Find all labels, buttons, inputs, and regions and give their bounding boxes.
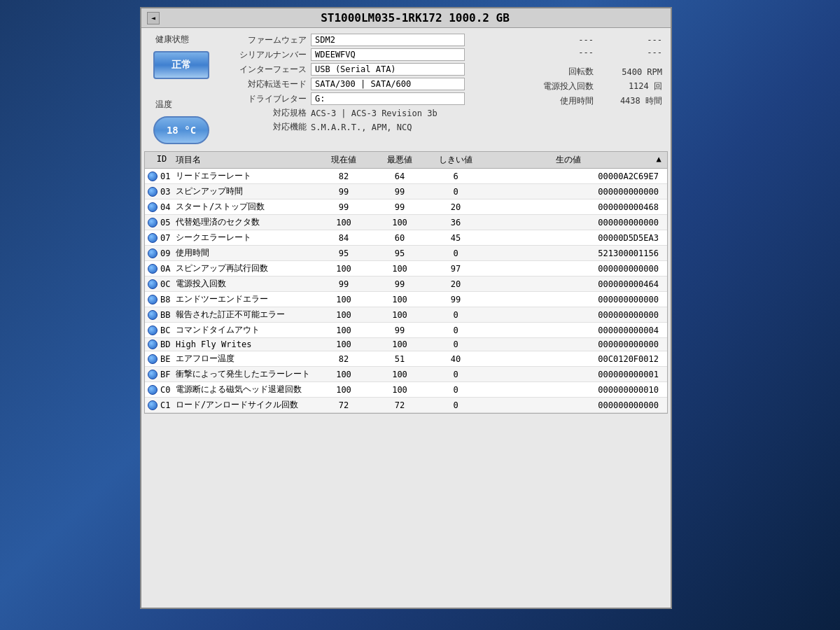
power-row: 電源投入回数 1124 回 <box>522 80 662 92</box>
cell-raw: 000000000010 <box>484 385 664 395</box>
status-dot <box>148 248 158 258</box>
status-dot <box>148 264 158 274</box>
table-row[interactable]: BD High Fly Writes 100 100 0 00000000000… <box>145 338 667 351</box>
hours-label: 使用時間 <box>560 95 594 107</box>
title-bar: ◄ ST1000LM035-1RK172 1000.2 GB <box>141 8 671 28</box>
table-row[interactable]: 04 スタート/ストップ回数 99 99 20 000000000468 <box>145 200 667 215</box>
cell-raw: 000000000000 <box>484 295 664 304</box>
serial-value: WDEEWFVQ <box>311 48 465 61</box>
cell-current: 72 <box>316 400 372 410</box>
status-dot <box>148 326 158 335</box>
cell-worst: 99 <box>372 279 428 289</box>
cell-worst: 95 <box>372 248 428 258</box>
main-window: ◄ ST1000LM035-1RK172 1000.2 GB 健康状態 正常 温… <box>140 7 672 609</box>
table-row[interactable]: BE エアフロー温度 82 51 40 00C0120F0012 <box>145 351 667 367</box>
firmware-value: SDM2 <box>311 34 465 46</box>
status-dot <box>148 354 158 364</box>
cell-name: 使用時間 <box>176 247 316 259</box>
transfer-value: SATA/300 | SATA/600 <box>311 78 465 90</box>
table-row[interactable]: C1 ロード/アンロードサイクル回数 72 72 0 000000000000 <box>145 398 667 413</box>
table-row[interactable]: 0C 電源投入回数 99 99 20 000000000464 <box>145 276 667 292</box>
cell-id: 01 <box>148 172 176 181</box>
cell-raw: 000000000000 <box>484 264 664 274</box>
back-button[interactable]: ◄ <box>147 12 160 24</box>
rpm-row: 回転数 5400 RPM <box>522 66 662 78</box>
info-area: 健康状態 正常 温度 18 °C ファームウェア SDM2 シリアルナンバー W… <box>141 28 671 147</box>
cell-current: 82 <box>316 354 372 364</box>
cell-worst: 99 <box>372 326 428 335</box>
status-dot <box>148 172 158 181</box>
table-row[interactable]: BC コマンドタイムアウト 100 99 0 000000000004 <box>145 323 667 338</box>
status-badge: 正常 <box>153 51 209 79</box>
cell-current: 99 <box>316 202 372 212</box>
table-row[interactable]: BB 報告された訂正不可能エラー 100 100 0 000000000000 <box>145 307 667 323</box>
table-header: ID 項目名 現在値 最悪値 しきい値 生の値 ▲ <box>145 152 667 169</box>
col-id: ID <box>148 154 176 166</box>
table-row[interactable]: 05 代替処理済のセクタ数 100 100 36 000000000000 <box>145 215 667 230</box>
cell-worst: 100 <box>372 310 428 320</box>
table-row[interactable]: BF 衝撃によって発生したエラーレート 100 100 0 0000000000… <box>145 367 667 382</box>
cell-raw: 000000000000 <box>484 310 664 320</box>
cell-id: 04 <box>148 202 176 212</box>
table-row[interactable]: 0A スピンアップ再試行回数 100 100 97 000000000000 <box>145 261 667 276</box>
table-row[interactable]: 03 スピンアップ時間 99 99 0 000000000000 <box>145 184 667 200</box>
status-dot <box>148 340 158 349</box>
cell-raw: 000000000468 <box>484 202 664 212</box>
table-row[interactable]: C0 電源断による磁気ヘッド退避回数 100 100 0 00000000001… <box>145 382 667 398</box>
cell-threshold: 0 <box>428 187 484 197</box>
col-worst: 最悪値 <box>372 154 428 166</box>
temperature-display: 18 °C <box>153 116 209 144</box>
serial-label: シリアルナンバー <box>220 49 311 61</box>
cell-raw: 00000A2C69E7 <box>484 172 664 181</box>
cell-name: 電源投入回数 <box>176 278 316 290</box>
cell-threshold: 99 <box>428 295 484 304</box>
table-row[interactable]: B8 エンドツーエンドエラー 100 100 99 000000000000 <box>145 292 667 307</box>
cell-worst: 51 <box>372 354 428 364</box>
temp-label: 温度 <box>155 99 172 111</box>
power-label: 電源投入回数 <box>543 80 594 92</box>
cell-name: エンドツーエンドエラー <box>176 293 316 305</box>
window-title: ST1000LM035-1RK172 1000.2 GB <box>165 11 665 24</box>
drive-value: G: <box>311 92 465 105</box>
cell-threshold: 97 <box>428 264 484 274</box>
cell-id: BD <box>148 340 176 349</box>
cell-id: 0A <box>148 264 176 274</box>
col-raw: 生の値 <box>484 154 653 166</box>
rpm-value: 5400 RPM <box>599 67 662 77</box>
table-row[interactable]: 09 使用時間 95 95 0 5213000011​56 <box>145 246 667 261</box>
interface-row: インターフェース USB (Serial ATA) <box>220 63 515 76</box>
cell-worst: 99 <box>372 202 428 212</box>
drive-label: ドライブレター <box>220 93 311 105</box>
table-row[interactable]: 07 シークエラーレート 84 60 45 00000D5D5EA3 <box>145 230 667 246</box>
cell-raw: 000000000000 <box>484 340 664 349</box>
status-dot <box>148 202 158 212</box>
firmware-label: ファームウェア <box>220 34 311 46</box>
cell-current: 100 <box>316 385 372 395</box>
status-dot <box>148 218 158 227</box>
status-dot <box>148 233 158 243</box>
cell-id: BB <box>148 310 176 320</box>
cell-name: シークエラーレート <box>176 232 316 244</box>
table-body[interactable]: 01 リードエラーレート 82 64 6 00000A2C69E7 03 スピン… <box>145 169 667 413</box>
cell-current: 95 <box>316 248 372 258</box>
cell-current: 84 <box>316 233 372 243</box>
dash4: --- <box>599 48 662 57</box>
drive-row: ドライブレター G: <box>220 92 515 105</box>
cell-raw: 00C0120F0012 <box>484 354 664 364</box>
cell-current: 100 <box>316 264 372 274</box>
status-dot <box>148 295 158 304</box>
cell-name: High Fly Writes <box>176 340 316 349</box>
cell-current: 82 <box>316 172 372 181</box>
cell-current: 100 <box>316 218 372 227</box>
cell-raw: 000000000004 <box>484 326 664 335</box>
cell-threshold: 0 <box>428 310 484 320</box>
col-name: 項目名 <box>176 154 316 166</box>
table-row[interactable]: 01 リードエラーレート 82 64 6 00000A2C69E7 <box>145 169 667 184</box>
dash3: --- <box>578 48 594 57</box>
cell-threshold: 20 <box>428 279 484 289</box>
cell-id: BE <box>148 354 176 364</box>
transfer-label: 対応転送モード <box>220 78 311 90</box>
cell-id: 0C <box>148 279 176 289</box>
cell-worst: 64 <box>372 172 428 181</box>
feature-value: S.M.A.R.T., APM, NCQ <box>311 122 412 132</box>
